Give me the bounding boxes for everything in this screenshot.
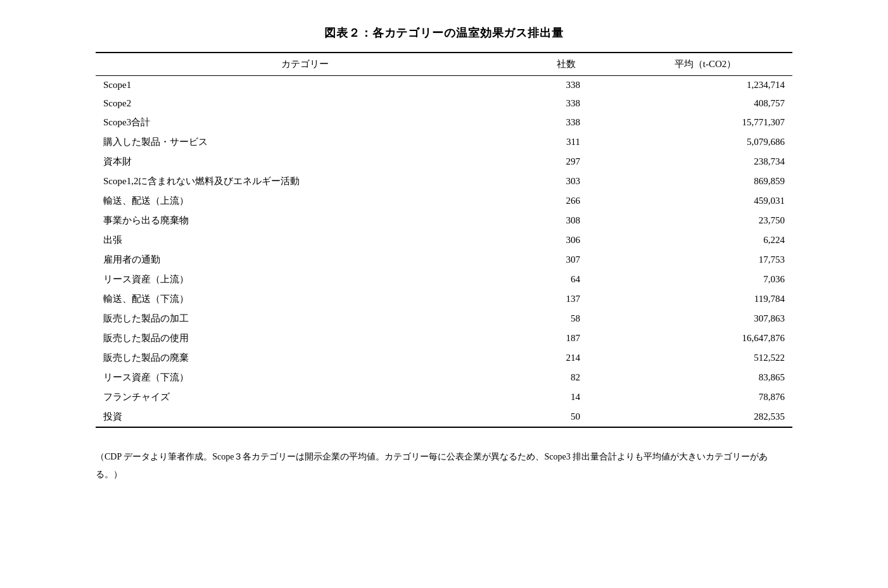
table-row: 資本財297238,734 <box>96 152 792 172</box>
cell-companies: 58 <box>514 309 618 328</box>
table-row: 輸送、配送（上流）266459,031 <box>96 191 792 211</box>
cell-category: 輸送、配送（上流） <box>96 191 514 211</box>
table-row: 事業から出る廃棄物30823,750 <box>96 211 792 230</box>
cell-average: 5,079,686 <box>618 132 792 152</box>
footnote: （CDP データより筆者作成。Scope３各カテゴリーは開示企業の平均値。カテゴ… <box>96 448 792 484</box>
cell-average: 869,859 <box>618 172 792 191</box>
cell-category: 輸送、配送（下流） <box>96 289 514 309</box>
table-row: 雇用者の通勤30717,753 <box>96 250 792 270</box>
table-row: リース資産（下流）8283,865 <box>96 368 792 387</box>
header-companies: 社数 <box>514 53 618 76</box>
cell-average: 83,865 <box>618 368 792 387</box>
cell-category: 販売した製品の使用 <box>96 328 514 348</box>
page-container: 図表２：各カテゴリーの温室効果ガス排出量 カテゴリー 社数 平均（t-CO2） … <box>96 25 792 484</box>
table-row: Scope13381,234,714 <box>96 76 792 95</box>
cell-companies: 303 <box>514 172 618 191</box>
table-row: Scope2338408,757 <box>96 94 792 113</box>
cell-companies: 64 <box>514 270 618 289</box>
cell-category: リース資産（下流） <box>96 368 514 387</box>
table-footer-line <box>96 427 792 430</box>
table-row: フランチャイズ1478,876 <box>96 387 792 407</box>
cell-category: Scope3合計 <box>96 113 514 132</box>
cell-average: 238,734 <box>618 152 792 172</box>
table-row: 販売した製品の加工58307,863 <box>96 309 792 328</box>
cell-category: 購入した製品・サービス <box>96 132 514 152</box>
cell-companies: 306 <box>514 230 618 250</box>
cell-category: 出張 <box>96 230 514 250</box>
cell-category: Scope1 <box>96 76 514 95</box>
table-row: 購入した製品・サービス3115,079,686 <box>96 132 792 152</box>
table-row: Scope3合計33815,771,307 <box>96 113 792 132</box>
cell-companies: 338 <box>514 94 618 113</box>
cell-average: 1,234,714 <box>618 76 792 95</box>
cell-category: Scope2 <box>96 94 514 113</box>
cell-companies: 50 <box>514 407 618 427</box>
cell-average: 16,647,876 <box>618 328 792 348</box>
cell-average: 17,753 <box>618 250 792 270</box>
cell-companies: 187 <box>514 328 618 348</box>
table-title: 図表２：各カテゴリーの温室効果ガス排出量 <box>96 25 792 41</box>
cell-category: フランチャイズ <box>96 387 514 407</box>
footnote-text: （CDP データより筆者作成。Scope３各カテゴリーは開示企業の平均値。カテゴ… <box>96 452 768 479</box>
cell-average: 408,757 <box>618 94 792 113</box>
cell-category: 販売した製品の加工 <box>96 309 514 328</box>
table-row: 投資50282,535 <box>96 407 792 427</box>
cell-category: 投資 <box>96 407 514 427</box>
table-row: リース資産（上流）647,036 <box>96 270 792 289</box>
table-row: 販売した製品の廃棄214512,522 <box>96 348 792 368</box>
cell-average: 15,771,307 <box>618 113 792 132</box>
cell-average: 78,876 <box>618 387 792 407</box>
cell-companies: 297 <box>514 152 618 172</box>
cell-category: 雇用者の通勤 <box>96 250 514 270</box>
cell-average: 23,750 <box>618 211 792 230</box>
table-row: 出張3066,224 <box>96 230 792 250</box>
header-category: カテゴリー <box>96 53 514 76</box>
cell-category: リース資産（上流） <box>96 270 514 289</box>
header-average: 平均（t-CO2） <box>618 53 792 76</box>
cell-average: 512,522 <box>618 348 792 368</box>
table-row: 輸送、配送（下流）137119,784 <box>96 289 792 309</box>
cell-average: 459,031 <box>618 191 792 211</box>
table-row: 販売した製品の使用18716,647,876 <box>96 328 792 348</box>
cell-category: 事業から出る廃棄物 <box>96 211 514 230</box>
cell-average: 7,036 <box>618 270 792 289</box>
cell-companies: 338 <box>514 76 618 95</box>
cell-companies: 311 <box>514 132 618 152</box>
cell-average: 6,224 <box>618 230 792 250</box>
cell-companies: 82 <box>514 368 618 387</box>
cell-average: 119,784 <box>618 289 792 309</box>
cell-average: 307,863 <box>618 309 792 328</box>
table-row: Scope1,2に含まれない燃料及びエネルギー活動303869,859 <box>96 172 792 191</box>
cell-companies: 307 <box>514 250 618 270</box>
data-table: カテゴリー 社数 平均（t-CO2） Scope13381,234,714Sco… <box>96 52 792 430</box>
cell-companies: 338 <box>514 113 618 132</box>
cell-companies: 214 <box>514 348 618 368</box>
cell-companies: 14 <box>514 387 618 407</box>
cell-average: 282,535 <box>618 407 792 427</box>
cell-companies: 308 <box>514 211 618 230</box>
cell-category: 資本財 <box>96 152 514 172</box>
cell-category: 販売した製品の廃棄 <box>96 348 514 368</box>
cell-companies: 266 <box>514 191 618 211</box>
cell-category: Scope1,2に含まれない燃料及びエネルギー活動 <box>96 172 514 191</box>
cell-companies: 137 <box>514 289 618 309</box>
